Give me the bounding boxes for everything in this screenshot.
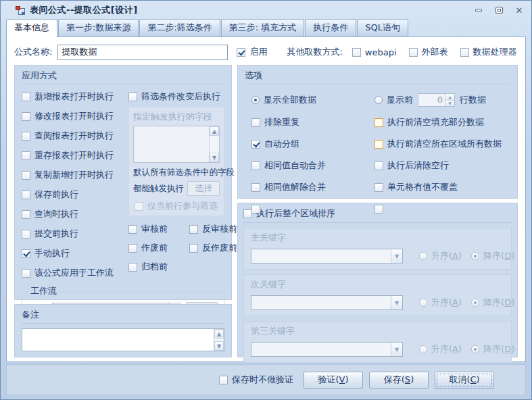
check-before-void[interactable]: 作废前: [128, 242, 185, 254]
check-exec-after-filter-change[interactable]: 筛选条件改变后执行: [128, 91, 224, 103]
primary-key-combobox[interactable]: ▼: [251, 249, 403, 264]
top-rows-suffix-label: 行数据: [460, 94, 486, 106]
webapi-checkbox[interactable]: webapi: [352, 47, 397, 57]
window-title: 表间公式--提取公式[设计]: [30, 4, 468, 16]
data-processor-checkbox[interactable]: 数据处理器: [460, 46, 517, 58]
other-methods-label: 其他取数方式:: [287, 46, 342, 58]
check-exec-on-query[interactable]: 查询时执行: [22, 208, 123, 220]
check-exec-on-view-open[interactable]: 查阅报表打开时执行: [22, 130, 123, 142]
workflow-title: 工作流: [28, 285, 59, 297]
spinner-down-icon: ▼: [445, 101, 454, 107]
chevron-down-icon[interactable]: ▼: [391, 343, 402, 356]
check-unmerge-same-values[interactable]: 相同值解除合并: [251, 181, 372, 193]
check-no-overwrite-nonempty-cells[interactable]: 单元格有值不覆盖: [374, 181, 510, 193]
check-auto-merge-same-values[interactable]: 相同值自动合并: [251, 159, 372, 172]
third-key-desc-radio[interactable]: 降序(D): [471, 343, 514, 355]
radio-show-top-rows[interactable]: 显示前: [374, 94, 413, 106]
check-before-archive[interactable]: 归档前: [128, 261, 185, 273]
scroll-up-icon[interactable]: ▲: [214, 329, 224, 339]
third-key-label: 第三关键字: [251, 325, 504, 337]
chevron-down-icon[interactable]: ▼: [391, 296, 402, 309]
enable-checkbox[interactable]: 启用: [237, 46, 267, 58]
tab-step3-fill[interactable]: 第三步: 填充方式: [221, 19, 305, 36]
options-title: 选项: [245, 69, 510, 84]
tab-sql[interactable]: SQL语句: [357, 19, 408, 36]
check-current-row-only[interactable]: 仅当前行参与筛选: [135, 200, 220, 212]
remark-title: 备注: [22, 308, 224, 324]
secondary-key-asc-radio[interactable]: 升序(A): [419, 297, 462, 309]
spinner-arrows[interactable]: ▲▼: [445, 94, 454, 106]
third-key-combobox[interactable]: ▼: [251, 342, 403, 357]
tab-page-basic-info: 公式名称: 启用 其他取数方式: webapi 外部表 数据处理器: [6, 36, 526, 362]
secondary-key-combobox[interactable]: ▼: [251, 295, 403, 310]
primary-key-panel: 主关键字 ▼ 升序(A): [243, 228, 512, 270]
check-before-audit[interactable]: 审核前: [128, 223, 185, 235]
scroll-down-icon[interactable]: ▼: [214, 341, 224, 351]
check-clear-region-before-exec[interactable]: 执行前清空所在区域所有数据: [374, 138, 510, 150]
validate-button[interactable]: 验证(V): [304, 372, 363, 389]
minimize-button[interactable]: [473, 5, 484, 15]
check-exclude-duplicates[interactable]: 排除重复: [251, 116, 372, 128]
trigger-fields-label: 指定触发执行的字段: [133, 111, 220, 123]
remark-textarea[interactable]: ▲ ▼: [22, 328, 224, 351]
check-before-unvoid[interactable]: 反作废前: [189, 242, 237, 254]
primary-key-asc-radio[interactable]: 升序(A): [419, 250, 462, 262]
tab-step2-filter[interactable]: 第二步:筛选条件: [139, 19, 220, 36]
trigger-fields-textarea[interactable]: ▲ ▼: [133, 126, 220, 163]
check-clear-empty-rows-after-exec[interactable]: 执行后清除空行: [374, 159, 510, 172]
check-exec-on-new-open[interactable]: 新增报表打开时执行: [22, 91, 123, 103]
formula-name-input[interactable]: [57, 45, 228, 60]
tab-bar: 基本信息 第一步:数据来源 第二步:筛选条件 第三步: 填充方式 执行条件 SQ…: [1, 20, 531, 36]
apply-mode-group: 应用方式 新增报表打开时执行 修改报表打开时执行 查阅报表打开时执行 重存报表打…: [14, 65, 232, 300]
trigger-fields-scrollbar[interactable]: ▲ ▼: [209, 126, 219, 162]
check-apply-to-workflow[interactable]: 该公式应用于工作流: [22, 267, 123, 279]
cancel-button[interactable]: 取消(C): [435, 372, 494, 389]
enable-checkbox-box: [237, 48, 245, 57]
app-icon: [16, 6, 25, 15]
primary-key-desc-radio[interactable]: 降序(D): [471, 250, 514, 262]
secondary-key-panel: 次关键字 ▼ 升序(A): [243, 274, 512, 316]
check-exec-on-resave-open[interactable]: 重存报表打开时执行: [22, 149, 123, 161]
options-group: 选项 显示全部数据 显示前 0 ▲▼: [237, 65, 518, 199]
spinner-up-icon: ▲: [445, 94, 454, 101]
apply-mode-title: 应用方式: [22, 69, 224, 84]
check-exec-on-modify-open[interactable]: 修改报表打开时执行: [22, 110, 123, 122]
check-auto-group[interactable]: 自动分组: [251, 138, 372, 150]
trigger-select-button[interactable]: 选择: [187, 181, 220, 196]
check-clear-filled-before-exec[interactable]: 执行前清空填充部分数据: [374, 116, 510, 128]
remark-group: 备注 ▲ ▼: [14, 304, 232, 357]
title-bar: 表间公式--提取公式[设计] ✕: [1, 1, 531, 20]
trigger-note-line2: 都能触发执行: [133, 183, 184, 195]
close-button[interactable]: ✕: [514, 5, 525, 15]
trigger-fields-panel: 指定触发执行的字段 ▲ ▼ 默认所有筛选条件中的字段: [128, 107, 224, 216]
trigger-note-line1: 默认所有筛选条件中的字段: [133, 167, 220, 178]
save-button[interactable]: 保存(S): [369, 372, 429, 389]
tab-basic-info[interactable]: 基本信息: [6, 19, 57, 37]
scroll-up-icon[interactable]: ▲: [210, 126, 219, 136]
radio-show-all-data[interactable]: 显示全部数据: [251, 94, 372, 106]
remark-scrollbar[interactable]: ▲ ▼: [214, 329, 224, 351]
top-rows-spinner[interactable]: 0 ▲▼: [418, 93, 455, 107]
check-exec-before-submit[interactable]: 提交前执行: [22, 228, 123, 240]
sort-group: 执行后整个区域排序 主关键字 ▼ 升序(: [237, 203, 518, 357]
check-manual-exec[interactable]: 手动执行: [22, 247, 123, 259]
external-table-checkbox[interactable]: 外部表: [409, 46, 448, 58]
check-exec-on-copy-new-open[interactable]: 复制新增打开时执行: [22, 169, 123, 181]
check-before-unaudit[interactable]: 反审核前: [189, 223, 237, 235]
close-icon: ✕: [516, 6, 523, 15]
chevron-down-icon[interactable]: ▼: [391, 249, 402, 263]
check-no-validate-on-save[interactable]: 保存时不做验证: [219, 374, 293, 386]
scroll-down-icon[interactable]: ▼: [210, 153, 219, 162]
primary-key-label: 主关键字: [251, 232, 504, 244]
maximize-icon: [495, 7, 503, 14]
secondary-key-desc-radio[interactable]: 降序(D): [471, 297, 514, 309]
third-key-panel: 第三关键字 ▼ 升序(A): [243, 321, 512, 363]
minimize-icon: [475, 9, 482, 12]
third-key-asc-radio[interactable]: 升序(A): [419, 343, 462, 355]
maximize-button[interactable]: [493, 5, 504, 15]
formula-name-label: 公式名称:: [14, 46, 52, 58]
tab-step1-data-source[interactable]: 第一步:数据来源: [58, 19, 139, 36]
check-exec-before-save[interactable]: 保存前执行: [22, 189, 123, 201]
tab-exec-condition[interactable]: 执行条件: [305, 19, 356, 36]
secondary-key-label: 次关键字: [251, 278, 504, 291]
